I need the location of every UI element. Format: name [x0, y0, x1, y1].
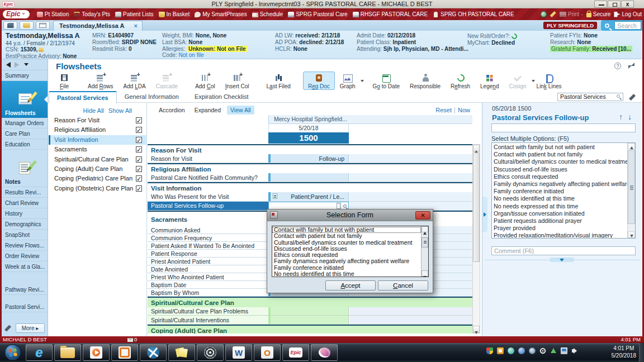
- search-icon[interactable]: [605, 23, 609, 28]
- dialog-option[interactable]: Discussed end-of-life issues: [272, 246, 421, 252]
- patient-lookup-button[interactable]: [3, 21, 17, 30]
- sidebar-item[interactable]: History: [2, 208, 48, 219]
- grid-row[interactable]: Reason For Visit: [148, 144, 472, 154]
- column-time-header[interactable]: 1500: [268, 132, 349, 144]
- dialog-option[interactable]: Family conference initiated: [272, 265, 421, 271]
- epic-toolbar-button[interactable]: Patient Lists: [113, 10, 156, 18]
- checked-checkbox[interactable]: [136, 137, 142, 143]
- sidebar-item[interactable]: Summary: [2, 70, 48, 81]
- toolbar-button[interactable]: Cascade: [151, 72, 183, 90]
- taskbar-app-button[interactable]: [83, 344, 110, 361]
- maximize-button[interactable]: [608, 1, 621, 8]
- tray-icon[interactable]: [561, 347, 567, 354]
- row-label[interactable]: Reason for Visit: [148, 154, 268, 163]
- checked-checkbox[interactable]: [136, 175, 142, 182]
- toolbar-button[interactable]: Add Rows: [83, 72, 119, 90]
- row-label[interactable]: Communion Asked: [148, 226, 268, 234]
- option-item[interactable]: Patient requests additional prayer: [492, 217, 627, 225]
- grid-row[interactable]: Pastoral Care Notified Faith Community?: [148, 173, 472, 182]
- navigator-item[interactable]: Reason For Visit: [49, 116, 147, 125]
- navigator-item[interactable]: Visit Information: [49, 135, 147, 145]
- print-button[interactable]: Print-: [560, 11, 583, 17]
- option-item[interactable]: Contact with family but not with patient: [492, 144, 627, 151]
- previous-row-arrow[interactable]: ↑: [619, 112, 628, 121]
- checked-checkbox[interactable]: [136, 146, 142, 153]
- toolbar-button[interactable]: Add Col: [190, 72, 220, 90]
- taskbar-app-button[interactable]: [254, 344, 281, 361]
- scrollbar-thumb[interactable]: [473, 153, 480, 262]
- option-item[interactable]: Family dynamics negatively affecting pat…: [492, 180, 627, 188]
- sidebar-item[interactable]: Flowsheets: [2, 81, 48, 118]
- dialog-option[interactable]: Contact with family but not with patient: [272, 227, 421, 233]
- checked-checkbox[interactable]: [136, 156, 142, 163]
- value-input[interactable]: [491, 123, 636, 132]
- taskbar-clock[interactable]: 4:01 PM 5/20/2018: [612, 345, 637, 359]
- row-label[interactable]: Patient Asked If Wanted To Be Anointed: [148, 242, 268, 249]
- search-lookup-icon[interactable]: [343, 204, 347, 208]
- start-button[interactable]: [4, 344, 21, 361]
- tray-icon[interactable]: [571, 347, 578, 354]
- toolbar-button[interactable]: Responsible: [405, 72, 446, 90]
- now-link[interactable]: Now: [458, 107, 470, 113]
- toolbar-button[interactable]: Add LDA: [119, 72, 151, 90]
- sidebar-item[interactable]: Care Plan: [2, 128, 48, 139]
- accept-button[interactable]: Accept: [325, 280, 376, 290]
- dialog-option[interactable]: No needs identified at this time: [272, 271, 421, 277]
- taskbar-app-button[interactable]: [168, 344, 195, 361]
- epic-toolbar-button[interactable]: My SmartPhrases: [192, 10, 249, 18]
- flowsheet-search-icon[interactable]: [617, 94, 620, 98]
- expand-editor-button[interactable]: [550, 258, 574, 262]
- epic-toolbar-button[interactable]: Today's Pts: [72, 10, 113, 18]
- grid-row[interactable]: Spiritual/Cultural Care Plan: [148, 297, 472, 307]
- checked-checkbox[interactable]: [136, 117, 142, 123]
- option-item[interactable]: Family conference initiated: [492, 188, 627, 195]
- toolbar-button[interactable]: Refresh: [446, 72, 475, 90]
- sidebar-item[interactable]: Week at a Gla...: [2, 261, 48, 272]
- row-label[interactable]: Reason For Visit: [148, 145, 268, 154]
- epic-menu-button[interactable]: Epic: [3, 10, 30, 18]
- navigator-item[interactable]: Coping (Adult) Care Plan: [49, 164, 147, 174]
- grid-row[interactable]: Spiritual/Cultural Care Plan Problems: [148, 307, 472, 316]
- sidebar-item[interactable]: Pastoral Servi...: [2, 295, 48, 312]
- panel-collapse-handle[interactable]: [482, 197, 487, 232]
- forward-arrow-icon[interactable]: [15, 62, 19, 68]
- dialog-option[interactable]: Ethics consult requested: [272, 252, 421, 258]
- row-label[interactable]: Spiritual/Cultural Care Plan: [148, 298, 268, 307]
- sidebar-item[interactable]: Demographics: [2, 219, 48, 230]
- row-label[interactable]: Pastoral Services Follow-up: [148, 202, 268, 210]
- chevron-down-icon[interactable]: [361, 80, 364, 82]
- tray-icon[interactable]: [550, 347, 557, 354]
- row-label[interactable]: Priest Who Anointed Patient: [148, 273, 268, 280]
- epic-toolbar-button[interactable]: Schedule: [249, 10, 286, 18]
- chart-button[interactable]: [36, 21, 50, 30]
- hide-all-link[interactable]: Hide All: [83, 107, 104, 114]
- dialog-option[interactable]: Cultural/belief dynamics counter to medi…: [272, 240, 421, 246]
- taskbar-app-button[interactable]: [54, 344, 81, 361]
- sidebar-wrench-icon[interactable]: [4, 325, 11, 332]
- next-row-arrow[interactable]: ↓: [628, 112, 637, 121]
- in-basket-button[interactable]: [20, 21, 34, 30]
- flowsheet-wrench-icon[interactable]: [629, 94, 636, 101]
- toolbar-button[interactable]: Reg Doc: [303, 72, 335, 90]
- epic-toolbar-button[interactable]: SPRG Pastoral Care: [286, 10, 350, 18]
- scrollbar-thumb[interactable]: [628, 150, 635, 224]
- tray-icon[interactable]: [539, 347, 546, 354]
- row-value-cell[interactable]: Patient;Parent / Le...: [268, 192, 349, 201]
- taskbar-app-button[interactable]: [26, 344, 53, 361]
- sidebar-item[interactable]: SnapShot: [2, 230, 48, 240]
- toolbar-button[interactable]: File: [53, 72, 75, 90]
- dialog-close-button[interactable]: ✕: [415, 211, 430, 220]
- dialog-scrollbar[interactable]: [421, 226, 428, 277]
- new-doc-icon[interactable]: [337, 203, 341, 209]
- row-value-cell[interactable]: [268, 307, 349, 316]
- tray-icon[interactable]: [486, 347, 493, 354]
- view-mode-button[interactable]: Expanded: [191, 106, 224, 115]
- view-mode-button[interactable]: Accordion: [155, 106, 188, 115]
- sidebar-item[interactable]: Education: [2, 139, 48, 150]
- grid-row[interactable]: Who Was Present for the Visit Patient;Pa…: [148, 192, 472, 201]
- row-value-cell[interactable]: Follow-up: [268, 154, 349, 163]
- logout-button[interactable]: Log Out: [614, 11, 642, 17]
- tools-wrench-icon[interactable]: [550, 11, 556, 17]
- grid-row[interactable]: Spiritual/Cultural Interventions: [148, 316, 472, 325]
- navigator-item[interactable]: Sacraments: [49, 145, 147, 154]
